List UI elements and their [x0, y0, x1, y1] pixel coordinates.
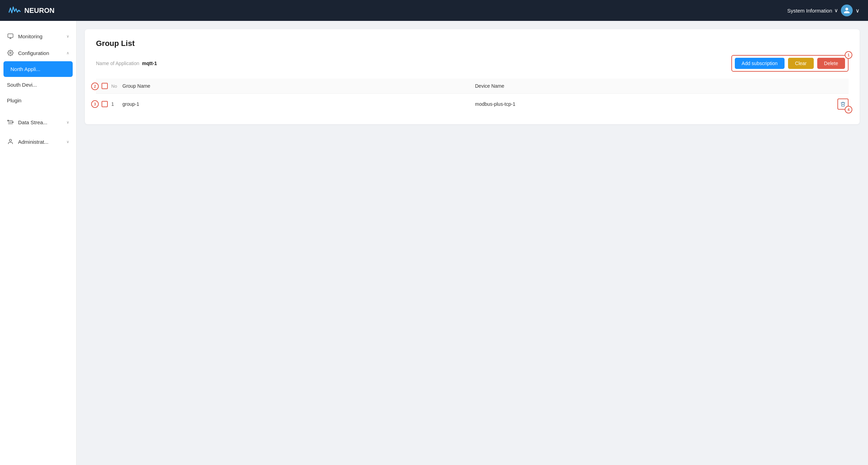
app-name-row: Name of Application mqtt-1: [96, 61, 157, 66]
topnav-right: System Information ∨ ∨: [787, 5, 860, 16]
system-info-button[interactable]: System Information ∨: [787, 7, 838, 14]
app-name-value: mqtt-1: [142, 61, 157, 66]
sidebar-admin-label: Administrat...: [18, 139, 62, 145]
svg-point-7: [8, 120, 9, 121]
avatar-chevron: ∨: [855, 7, 860, 14]
system-info-chevron: ∨: [834, 7, 838, 14]
logo-icon: [8, 5, 21, 16]
page-title: Group List: [96, 39, 849, 48]
row-check-col: 1: [102, 101, 122, 107]
sidebar-configuration-label: Configuration: [18, 50, 62, 56]
sidebar-configuration-chevron: ∧: [66, 51, 69, 55]
sidebar-south-dev-label: South Devi...: [7, 82, 69, 88]
sidebar-item-plugin[interactable]: Plugin: [0, 93, 76, 108]
sidebar-item-south-dev[interactable]: South Devi...: [0, 77, 76, 93]
header-checkbox[interactable]: [102, 83, 108, 89]
header-group-name: Group Name: [122, 83, 475, 89]
table-header-wrap: 2 No Group Name Device Name: [96, 79, 849, 94]
table-row: 1 group-1 modbus-plus-tcp-1: [96, 94, 849, 115]
table-header: No Group Name Device Name: [96, 79, 849, 94]
svg-point-9: [9, 139, 11, 141]
delete-button[interactable]: Delete: [817, 58, 845, 69]
logo-text: NEURON: [24, 7, 55, 15]
add-subscription-button[interactable]: Add subscription: [735, 58, 785, 69]
sidebar-item-data-stream[interactable]: Data Strea... ∨: [0, 114, 76, 131]
action-buttons: 1 Add subscription Clear Delete: [731, 55, 849, 72]
sidebar-item-configuration[interactable]: Configuration ∧: [0, 45, 76, 61]
main-content: Group List Name of Application mqtt-1 1 …: [77, 21, 868, 465]
user-icon: [843, 7, 850, 14]
group-table: 2 No Group Name Device Name: [96, 79, 849, 115]
sidebar-item-north-app[interactable]: North Appli...: [3, 61, 73, 77]
header-no: No: [111, 84, 117, 89]
monitor-icon: [7, 33, 14, 40]
avatar[interactable]: [841, 5, 853, 16]
main-layout: Monitoring ∨ Configuration ∧ North Appli…: [0, 21, 868, 465]
table-row-wrap-1: 3 1 group-1 modbus-plus-tcp-1: [96, 94, 849, 115]
group-list-card: Group List Name of Application mqtt-1 1 …: [85, 29, 860, 124]
sidebar-plugin-label: Plugin: [7, 97, 69, 103]
header-device-name: Device Name: [475, 83, 828, 89]
row-1-action-col: 4: [828, 98, 849, 110]
badge-3: 3: [91, 100, 99, 108]
sidebar: Monitoring ∨ Configuration ∧ North Appli…: [0, 21, 77, 465]
app-name-label: Name of Application: [96, 61, 139, 66]
sidebar-item-monitoring[interactable]: Monitoring ∨: [0, 28, 76, 45]
logo: NEURON: [8, 5, 55, 16]
row-1-delete-button[interactable]: 4: [837, 98, 849, 110]
sidebar-north-app-label: North Appli...: [10, 66, 66, 72]
card-header: Name of Application mqtt-1 1 Add subscri…: [96, 55, 849, 72]
header-check-col: No: [102, 83, 122, 89]
sidebar-data-stream-chevron: ∨: [66, 120, 69, 125]
top-nav: NEURON System Information ∨ ∨: [0, 0, 868, 21]
admin-icon: [7, 138, 14, 145]
svg-rect-0: [8, 34, 13, 38]
data-stream-icon: [7, 119, 14, 126]
row-1-device-name: modbus-plus-tcp-1: [475, 101, 828, 107]
badge-2: 2: [91, 82, 99, 90]
sidebar-data-stream-label: Data Strea...: [18, 119, 62, 125]
sidebar-admin-chevron: ∨: [66, 140, 69, 144]
row-1-group-name: group-1: [122, 101, 475, 107]
svg-point-8: [12, 122, 13, 123]
sidebar-monitoring-label: Monitoring: [18, 33, 62, 39]
badge-1: 1: [845, 51, 852, 59]
config-icon: [7, 49, 14, 56]
system-info-label: System Information: [787, 8, 832, 14]
clear-button[interactable]: Clear: [788, 58, 813, 69]
sidebar-monitoring-chevron: ∨: [66, 34, 69, 39]
badge-4: 4: [845, 106, 852, 113]
row-1-checkbox[interactable]: [102, 101, 108, 107]
sidebar-item-admin[interactable]: Administrat... ∨: [0, 133, 76, 150]
svg-point-3: [10, 52, 11, 54]
